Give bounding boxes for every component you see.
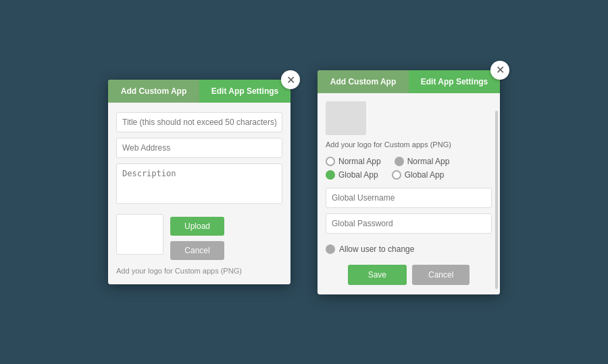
logo-preview bbox=[326, 101, 366, 135]
dialog-add-custom-app: ✕ Add Custom App Edit App Settings Uploa… bbox=[108, 80, 290, 284]
dialog1-tabs: Add Custom App Edit App Settings bbox=[108, 80, 290, 103]
close-icon-1: ✕ bbox=[286, 74, 295, 86]
dialog1-body: Upload Cancel Add your logo for Custom a… bbox=[108, 103, 290, 284]
cancel-logo-button[interactable]: Cancel bbox=[170, 241, 224, 260]
logo-hint-1: Add your logo for Custom apps (PNG) bbox=[116, 267, 282, 275]
radio-label-normal-1: Normal App bbox=[338, 157, 381, 166]
cancel-button[interactable]: Cancel bbox=[412, 265, 470, 285]
radio-row-global: Global App Global App bbox=[326, 170, 492, 180]
close-icon-2: ✕ bbox=[496, 63, 505, 76]
allow-change-label: Allow user to change bbox=[339, 244, 414, 254]
radio-normal-app-1[interactable]: Normal App bbox=[326, 157, 381, 166]
radio-circle-normal-1 bbox=[326, 157, 335, 166]
tab-edit-app-settings-1[interactable]: Edit App Settings bbox=[199, 80, 290, 103]
toggle-allow-change[interactable] bbox=[326, 244, 335, 254]
radio-circle-normal-2 bbox=[395, 157, 404, 166]
global-username-input[interactable] bbox=[326, 188, 492, 208]
tab-add-custom-app-1[interactable]: Add Custom App bbox=[108, 80, 199, 103]
dialog-edit-app-settings: ✕ Add Custom App Edit App Settings Add y… bbox=[318, 70, 500, 294]
upload-button[interactable]: Upload bbox=[170, 217, 224, 236]
dialog2-bottom-buttons: Save Cancel bbox=[326, 262, 492, 285]
logo-section: Upload Cancel bbox=[116, 214, 282, 260]
radio-row-normal: Normal App Normal App bbox=[326, 157, 492, 166]
dialog2-body: Add your logo for Custom apps (PNG) Norm… bbox=[318, 93, 500, 294]
radio-circle-global-1 bbox=[326, 170, 335, 180]
radio-global-app-2[interactable]: Global App bbox=[392, 170, 445, 180]
allow-change-row: Allow user to change bbox=[326, 244, 492, 254]
global-password-input[interactable] bbox=[326, 213, 492, 234]
web-address-input[interactable] bbox=[116, 138, 282, 158]
logo-buttons: Upload Cancel bbox=[170, 214, 224, 260]
scrollbar[interactable] bbox=[495, 111, 498, 289]
tab-add-custom-app-2[interactable]: Add Custom App bbox=[318, 70, 409, 93]
close-button-2[interactable]: ✕ bbox=[490, 61, 509, 80]
radio-global-app-1[interactable]: Global App bbox=[326, 170, 378, 180]
radio-label-global-1: Global App bbox=[338, 170, 378, 180]
close-button-1[interactable]: ✕ bbox=[281, 70, 300, 89]
dialog2-tabs: Add Custom App Edit App Settings bbox=[318, 70, 500, 93]
radio-normal-app-2[interactable]: Normal App bbox=[395, 157, 450, 166]
description-input[interactable] bbox=[116, 163, 282, 204]
logo-hint-2: Add your logo for Custom apps (PNG) bbox=[326, 140, 492, 149]
tab-edit-app-settings-2[interactable]: Edit App Settings bbox=[409, 70, 500, 93]
logo-placeholder bbox=[116, 214, 163, 255]
radio-label-global-2: Global App bbox=[405, 170, 445, 180]
radio-label-normal-2: Normal App bbox=[407, 157, 450, 166]
save-button[interactable]: Save bbox=[348, 265, 407, 285]
title-input[interactable] bbox=[116, 112, 282, 132]
radio-circle-global-2 bbox=[392, 170, 401, 180]
